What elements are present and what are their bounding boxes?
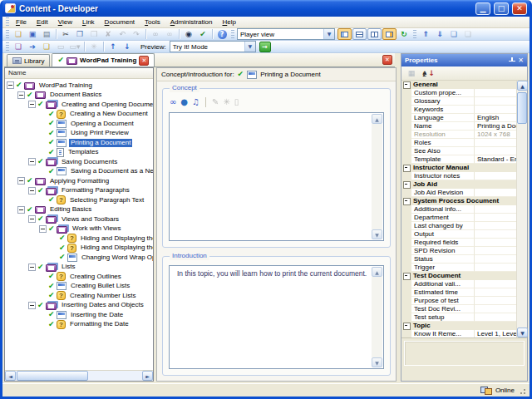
property-row[interactable]: Department <box>401 214 516 222</box>
collapse-icon[interactable] <box>401 81 411 89</box>
tree-item-label[interactable]: Hiding and Displaying the Ruler <box>79 234 153 243</box>
menu-view[interactable]: View <box>53 17 77 27</box>
sort-alphabetical-button[interactable]: ↓ <box>421 67 435 79</box>
property-row[interactable]: Additional vali... <box>401 280 516 288</box>
property-row[interactable]: TemplateStandard - English <box>401 155 516 164</box>
tree-item[interactable]: ✔Creating Bullet Lists <box>5 282 153 292</box>
delete-button[interactable]: ✘ <box>101 28 115 40</box>
collapse-icon[interactable] <box>17 91 25 99</box>
resize-grip[interactable] <box>518 387 526 395</box>
introduction-scrollbar[interactable]: ▲ ▼ <box>372 267 382 367</box>
property-row[interactable]: Instructor notes <box>401 172 516 180</box>
tree-item-label[interactable]: Selecting Paragraph Text <box>68 196 145 204</box>
property-category-row[interactable]: Job Aid <box>401 180 516 189</box>
property-row[interactable]: Glossary <box>401 97 516 106</box>
property-value[interactable] <box>475 297 516 305</box>
import-topic-button[interactable]: ❏ <box>447 28 461 40</box>
property-category-row[interactable]: Test Document <box>401 272 516 280</box>
tree-item-label[interactable]: Creating Bullet Lists <box>69 282 131 290</box>
tree-item[interactable]: ✔Formatting the Date <box>5 320 153 330</box>
scroll-down-arrow[interactable]: ▼ <box>372 357 382 367</box>
tree-item-label[interactable]: WordPad Training <box>37 81 94 90</box>
collapse-icon[interactable] <box>7 81 14 89</box>
edit-icon[interactable]: ✎ <box>212 98 219 106</box>
collapse-icon[interactable] <box>28 158 36 165</box>
minimize-button[interactable]: ▁ <box>475 2 490 15</box>
save-button[interactable]: ▣ <box>26 28 39 40</box>
scroll-down-arrow[interactable]: ▼ <box>372 229 382 239</box>
property-row[interactable]: Purpose of test <box>401 297 516 305</box>
property-value[interactable] <box>475 239 516 247</box>
collapse-icon[interactable] <box>401 164 411 172</box>
maximize-button[interactable]: □ <box>494 2 509 15</box>
insert-sound-icon[interactable]: ♫ <box>192 98 200 106</box>
preview-mode-combo[interactable]: Try It! Mode ▼ <box>170 41 256 52</box>
tree-item[interactable]: ✔Formatting Paragraphs <box>5 186 153 196</box>
property-value[interactable]: Standard - English <box>475 155 516 164</box>
tree-item-label[interactable]: Creating a New Document <box>68 110 150 118</box>
tree-item-label[interactable]: Hiding and Displaying the Status Bar <box>79 244 153 252</box>
tree-item[interactable]: ✔Opening a Document <box>5 119 153 129</box>
publish-button[interactable]: ➔ <box>26 41 39 52</box>
property-value[interactable] <box>475 247 516 255</box>
property-row[interactable]: Test setup <box>401 313 516 322</box>
property-value[interactable] <box>475 106 516 114</box>
property-row[interactable]: Last changed by <box>401 222 516 230</box>
tree-item[interactable]: ✔Views and Toolbars <box>5 214 153 224</box>
tree-item[interactable]: ✔Changing Word Wrap Options <box>5 253 153 263</box>
property-value[interactable] <box>475 222 516 230</box>
property-row[interactable]: Custom prope... <box>401 89 516 97</box>
close-pane-button[interactable]: ✕ <box>382 55 392 65</box>
tree-item[interactable]: ✔Hiding and Displaying the Status Bar <box>5 244 153 254</box>
introduction-textarea[interactable]: In this topic, you will learn how to pri… <box>169 265 384 369</box>
cut-button[interactable]: ✂ <box>59 28 72 40</box>
menu-document[interactable]: Document <box>100 17 140 27</box>
tree-item-label[interactable]: Printing a Document <box>69 139 132 147</box>
property-row[interactable]: NamePrinting a Document <box>401 122 516 131</box>
redo-button[interactable]: ↷ <box>130 28 143 40</box>
collapse-icon[interactable] <box>28 215 36 223</box>
property-value[interactable] <box>475 139 516 147</box>
spellcheck-button[interactable]: ✔ <box>196 28 209 40</box>
collapse-icon[interactable] <box>28 101 36 108</box>
tree-item[interactable]: ✔Lists <box>5 263 153 273</box>
collapse-icon[interactable] <box>28 264 36 271</box>
tree-item-label[interactable]: Editing Basics <box>48 205 93 214</box>
move-down-button[interactable]: ↓ <box>121 41 134 52</box>
close-button[interactable]: ✕ <box>512 2 527 15</box>
property-value[interactable]: 1024 x 768 <box>475 131 516 139</box>
tree-item[interactable]: ✔Inserting the Date <box>5 310 153 320</box>
tree-item-label[interactable]: Creating Outlines <box>68 273 123 281</box>
tree-item-label[interactable]: Templates <box>66 148 100 156</box>
scroll-up-arrow[interactable]: ▲ <box>517 81 528 91</box>
property-value[interactable] <box>475 214 516 222</box>
property-row[interactable]: Roles <box>401 139 516 147</box>
concept-textarea[interactable]: ▲ ▼ <box>169 112 384 241</box>
concept-scrollbar[interactable]: ▲ ▼ <box>372 114 382 239</box>
help-button[interactable]: ? <box>215 28 229 40</box>
scroll-up-arrow[interactable]: ▲ <box>372 267 382 277</box>
property-value[interactable] <box>475 97 516 106</box>
insert-media-icon[interactable]: ● <box>180 98 188 106</box>
menu-file[interactable]: File <box>11 17 32 27</box>
property-value[interactable] <box>475 205 516 214</box>
new-topic-button[interactable]: ❏ <box>40 41 53 52</box>
tree-item[interactable]: ✔Using Print Preview <box>5 129 153 139</box>
menu-tools[interactable]: Tools <box>140 17 165 27</box>
scroll-right-arrow[interactable]: ► <box>142 371 153 381</box>
tree-item[interactable]: ✔Applying Formatting <box>5 176 153 186</box>
tree-item[interactable]: ✔Inserting Dates and Objects <box>5 301 153 311</box>
link-button[interactable]: ∞ <box>149 28 162 40</box>
property-row[interactable]: Additional info... <box>401 205 516 214</box>
property-row[interactable]: Required fields <box>401 239 516 247</box>
tree-item-label[interactable]: Opening a Document <box>69 120 135 128</box>
move-up-button[interactable]: ↑ <box>106 41 120 52</box>
undo-button[interactable]: ↶ <box>116 28 129 40</box>
menu-link[interactable]: Link <box>77 17 100 27</box>
property-row[interactable]: Output <box>401 230 516 239</box>
tree-item[interactable]: ✔Creating a New Document <box>5 110 153 120</box>
property-value[interactable] <box>475 288 516 297</box>
scroll-down-arrow[interactable]: ▼ <box>517 328 528 337</box>
close-tab-button[interactable]: ✕ <box>139 56 149 66</box>
scroll-left-arrow[interactable]: ◄ <box>5 371 16 381</box>
